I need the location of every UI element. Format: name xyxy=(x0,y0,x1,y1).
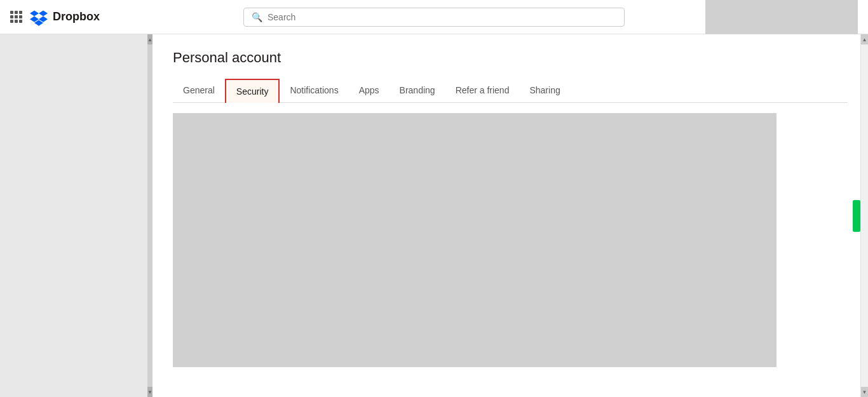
tab-sharing[interactable]: Sharing xyxy=(519,79,570,102)
tabs-container: General Security Notifications Apps Bran… xyxy=(173,79,848,103)
dropbox-logo-icon xyxy=(30,8,48,26)
search-bar[interactable]: 🔍 xyxy=(243,8,625,27)
page-container: Personal account General Security Notifi… xyxy=(153,34,868,382)
search-icon: 🔍 xyxy=(252,12,262,22)
sidebar-scrollbar: ▲ ▼ xyxy=(147,34,153,397)
page-title: Personal account xyxy=(173,50,848,66)
scroll-arrow-up[interactable]: ▲ xyxy=(861,34,869,44)
header: Dropbox 🔍 xyxy=(0,0,868,34)
tab-notifications[interactable]: Notifications xyxy=(280,79,348,102)
content-area: Personal account General Security Notifi… xyxy=(153,34,868,397)
header-right-area xyxy=(705,0,858,34)
tab-refer[interactable]: Refer a friend xyxy=(445,79,520,102)
tab-general[interactable]: General xyxy=(173,79,225,102)
search-container: 🔍 xyxy=(163,8,705,27)
content-placeholder xyxy=(173,113,776,367)
tab-branding[interactable]: Branding xyxy=(390,79,445,102)
dropbox-logo-area[interactable]: Dropbox xyxy=(30,8,100,26)
tab-security[interactable]: Security xyxy=(225,79,280,103)
main-layout: ▲ ▼ Personal account General Security No… xyxy=(0,34,868,397)
search-input[interactable] xyxy=(268,12,616,22)
grid-menu-icon[interactable] xyxy=(10,11,22,23)
header-left: Dropbox xyxy=(10,8,163,26)
scroll-track xyxy=(861,44,868,387)
green-action-button[interactable] xyxy=(853,200,860,232)
right-scrollbar: ▲ ▼ xyxy=(860,34,868,397)
logo-text: Dropbox xyxy=(53,10,100,24)
sidebar-scroll-down[interactable]: ▼ xyxy=(147,387,153,397)
scroll-arrow-down[interactable]: ▼ xyxy=(861,387,869,397)
sidebar-scroll-up[interactable]: ▲ xyxy=(147,34,153,44)
sidebar: ▲ ▼ xyxy=(0,34,153,397)
tab-apps[interactable]: Apps xyxy=(349,79,390,102)
